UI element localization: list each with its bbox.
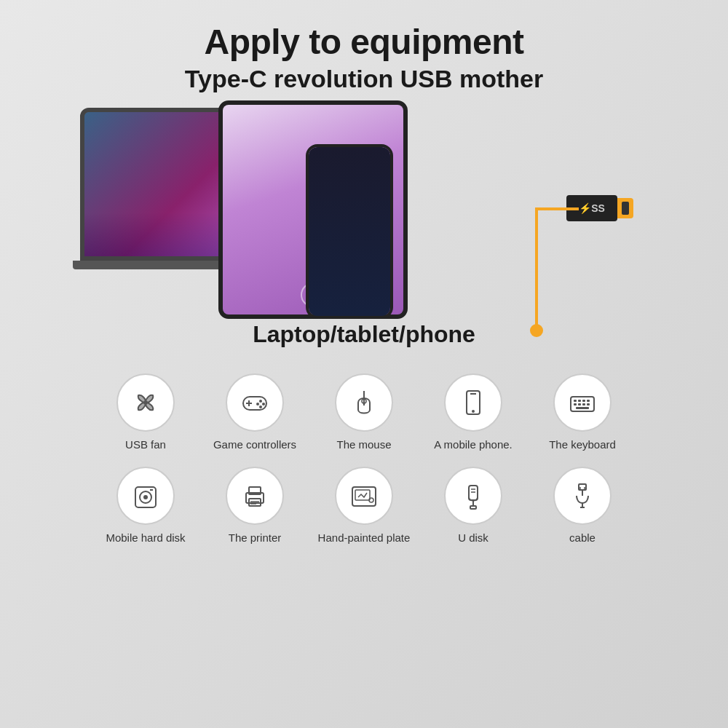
svg-rect-24 xyxy=(576,407,589,409)
icon-circle-keyboard xyxy=(553,373,612,432)
icon-label-fan: USB fan xyxy=(125,438,166,452)
icon-label-gamepad: Game controllers xyxy=(213,438,296,452)
icons-row-2: Mobile hard disk The printer xyxy=(36,467,692,545)
icon-hdd: Mobile hard disk xyxy=(98,467,193,545)
connection-dot xyxy=(530,324,543,337)
svg-rect-23 xyxy=(587,403,590,405)
mouse-icon xyxy=(348,387,380,419)
icon-label-cable: cable xyxy=(569,531,596,545)
icon-circle-cable xyxy=(553,467,612,525)
device-section: ⚡SS Laptop/tablet/phone xyxy=(36,100,692,363)
sub-title: Type-C revolution USB mother xyxy=(185,65,543,93)
gamepad-icon xyxy=(239,387,271,419)
icon-label-hdd: Mobile hard disk xyxy=(106,531,185,545)
icon-cable: cable xyxy=(535,467,630,545)
icon-label-keyboard: The keyboard xyxy=(549,438,616,452)
icon-gamepad: Game controllers xyxy=(207,373,302,452)
svg-point-6 xyxy=(262,403,265,405)
svg-rect-21 xyxy=(578,403,581,405)
svg-rect-39 xyxy=(470,506,476,509)
device-label: Laptop/tablet/phone xyxy=(253,321,475,348)
icon-circle-gamepad xyxy=(226,373,284,432)
svg-rect-37 xyxy=(469,486,478,500)
icon-label-drawing-tablet: Hand-painted plate xyxy=(318,531,411,545)
phone-image xyxy=(306,144,393,319)
icon-label-mouse: The mouse xyxy=(336,438,391,452)
svg-rect-16 xyxy=(574,400,577,402)
svg-point-5 xyxy=(259,400,262,403)
connection-line-v xyxy=(535,210,538,327)
main-title: Apply to equipment xyxy=(185,22,543,62)
icon-circle-phone xyxy=(444,373,502,432)
icon-label-printer: The printer xyxy=(229,531,282,545)
icon-circle-fan xyxy=(116,373,175,432)
udisk-icon xyxy=(457,480,489,512)
svg-rect-18 xyxy=(582,400,585,402)
fan-icon xyxy=(130,387,162,419)
drawing-tablet-icon xyxy=(348,480,380,512)
icon-drawing-tablet: Hand-painted plate xyxy=(317,467,411,545)
icon-circle-hdd xyxy=(116,467,175,525)
icon-circle-printer xyxy=(226,467,284,525)
header: Apply to equipment Type-C revolution USB… xyxy=(185,0,543,93)
icons-section: USB fan Game controllers xyxy=(36,373,692,559)
svg-point-27 xyxy=(143,495,148,499)
icon-label-udisk: U disk xyxy=(458,531,488,545)
icon-printer: The printer xyxy=(207,467,302,545)
icon-circle-drawing-tablet xyxy=(335,467,393,525)
svg-rect-17 xyxy=(578,400,581,402)
icons-row-1: USB fan Game controllers xyxy=(36,373,692,452)
svg-rect-19 xyxy=(587,400,590,402)
icon-udisk: U disk xyxy=(426,467,521,545)
icon-keyboard: The keyboard xyxy=(535,373,630,452)
svg-point-7 xyxy=(256,403,259,405)
svg-point-8 xyxy=(259,405,262,408)
svg-point-1 xyxy=(143,400,148,405)
svg-rect-22 xyxy=(582,403,585,405)
icon-circle-mouse xyxy=(335,373,393,432)
icon-circle-udisk xyxy=(444,467,502,525)
svg-rect-20 xyxy=(574,403,577,405)
printer-icon xyxy=(239,480,271,512)
icon-usb-fan: USB fan xyxy=(98,373,193,452)
svg-point-14 xyxy=(472,410,475,413)
hdd-icon xyxy=(130,480,162,512)
icon-label-phone: A mobile phone. xyxy=(434,438,513,452)
keyboard-icon xyxy=(566,387,598,419)
icon-phone: A mobile phone. xyxy=(426,373,521,452)
connection-line-h xyxy=(535,207,579,210)
cable-icon xyxy=(566,480,598,512)
icon-mouse: The mouse xyxy=(317,373,411,452)
mobile-icon xyxy=(457,387,489,419)
